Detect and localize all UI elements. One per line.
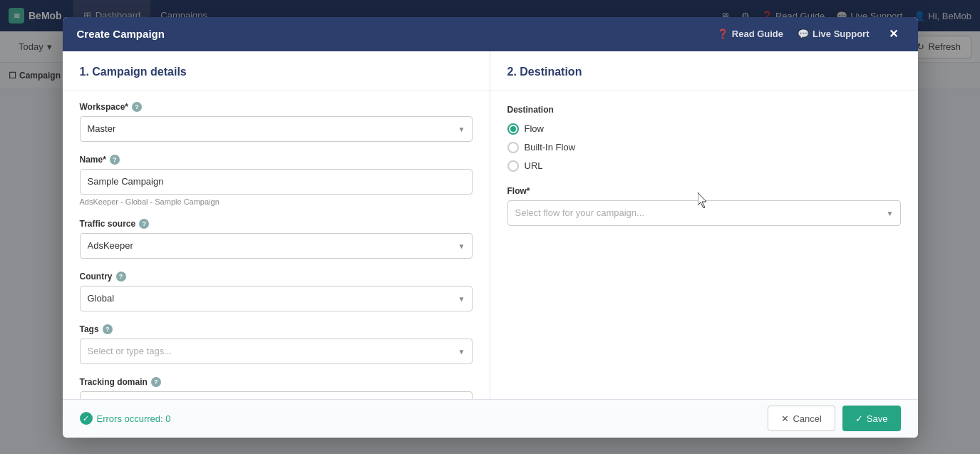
workspace-help-icon[interactable]: ?	[132, 102, 142, 112]
radio-flow-label: Flow	[525, 123, 544, 134]
radio-built-in-flow-input	[507, 142, 519, 153]
workspace-field: Workspace* ? Master ▼	[80, 102, 473, 142]
radio-flow-input	[507, 123, 519, 135]
name-field: Name* ? AdsKeeper - Global - Sample Camp…	[80, 155, 473, 206]
destination-radio-group: Flow Built-In Flow URL	[507, 123, 901, 172]
errors-indicator: ✓ Errors occurred: 0	[80, 412, 171, 425]
traffic-source-select-wrapper: AdsKeeper ▼	[80, 233, 473, 259]
radio-built-in-flow-label: Built-In Flow	[525, 142, 576, 153]
workspace-label: Workspace* ?	[80, 102, 473, 112]
name-input[interactable]	[88, 176, 465, 187]
create-campaign-modal: Create Campaign ❓ Read Guide 💬 Live Supp…	[63, 17, 918, 438]
panel-left-title: 1. Campaign details	[63, 51, 490, 91]
panel-right-scroll: Destination Flow	[490, 91, 918, 399]
errors-text: Errors occurred: 0	[97, 413, 171, 424]
tracking-domain-field: Tracking domain ? Account default ▼	[80, 377, 473, 399]
modal-live-support-link[interactable]: 💬 Live Support	[798, 29, 869, 39]
modal-title: Create Campaign	[77, 28, 165, 40]
modal-header: Create Campaign ❓ Read Guide 💬 Live Supp…	[63, 17, 918, 51]
traffic-source-help-icon[interactable]: ?	[139, 219, 149, 229]
radio-url-input	[507, 160, 519, 172]
tracking-domain-help-icon[interactable]: ?	[151, 377, 161, 387]
country-label: Country ?	[80, 272, 473, 282]
modal-close-btn[interactable]: ✕	[884, 24, 904, 44]
country-select[interactable]: Global	[80, 286, 473, 311]
country-select-wrapper: Global ▼	[80, 286, 473, 311]
name-help-icon[interactable]: ?	[110, 155, 120, 165]
modal-body: 1. Campaign details Workspace* ? Master	[63, 51, 918, 399]
panel-left-scroll: Workspace* ? Master ▼	[63, 91, 490, 399]
radio-url-label: URL	[525, 160, 543, 171]
traffic-source-field: Traffic source ? AdsKeeper ▼	[80, 219, 473, 259]
tracking-domain-select[interactable]: Account default	[80, 391, 473, 399]
flow-select-wrapper: Select flow for your campaign... ▼	[507, 200, 901, 226]
name-input-wrapper	[80, 169, 473, 195]
radio-flow[interactable]: Flow	[507, 123, 901, 135]
tags-input[interactable]: Select or type tags...	[80, 339, 473, 364]
panel-campaign-details: 1. Campaign details Workspace* ? Master	[63, 51, 490, 399]
country-field: Country ? Global ▼	[80, 272, 473, 311]
workspace-select-wrapper: Master ▼	[80, 116, 473, 142]
country-help-icon[interactable]: ?	[116, 272, 126, 282]
footer-buttons: ✕ Cancel ✓ Save	[768, 406, 900, 431]
modal-read-guide-link[interactable]: ❓ Read Guide	[717, 29, 783, 39]
modal-footer: ✓ Errors occurred: 0 ✕ Cancel ✓ Save	[63, 399, 918, 438]
save-btn[interactable]: ✓ Save	[842, 406, 901, 431]
tracking-domain-label: Tracking domain ?	[80, 377, 473, 387]
radio-url[interactable]: URL	[507, 160, 901, 172]
radio-flow-dot	[510, 126, 516, 132]
tags-dropdown-arrow: ▼	[458, 347, 465, 355]
destination-section-label: Destination	[507, 105, 901, 115]
flow-select-label: Flow*	[507, 186, 901, 196]
flow-select[interactable]: Select flow for your campaign...	[507, 200, 901, 226]
modal-header-actions: ❓ Read Guide 💬 Live Support ✕	[717, 24, 904, 44]
tags-wrapper: Select or type tags... ▼	[80, 339, 473, 364]
traffic-source-select[interactable]: AdsKeeper	[80, 233, 473, 259]
radio-built-in-flow[interactable]: Built-In Flow	[507, 142, 901, 153]
name-label: Name* ?	[80, 155, 473, 165]
workspace-select[interactable]: Master	[80, 116, 473, 142]
tags-help-icon[interactable]: ?	[103, 324, 113, 334]
tags-label: Tags ?	[80, 324, 473, 334]
tags-field: Tags ? Select or type tags... ▼	[80, 324, 473, 364]
check-icon: ✓	[80, 412, 93, 425]
traffic-source-label: Traffic source ?	[80, 219, 473, 229]
name-hint: AdsKeeper - Global - Sample Campaign	[80, 197, 473, 206]
tracking-domain-select-wrapper: Account default ▼	[80, 391, 473, 399]
modal-overlay: Create Campaign ❓ Read Guide 💬 Live Supp…	[0, 0, 980, 454]
cancel-btn[interactable]: ✕ Cancel	[768, 406, 835, 431]
panel-right-title: 2. Destination	[490, 51, 918, 91]
panel-destination: 2. Destination Destination Flow	[490, 51, 918, 399]
